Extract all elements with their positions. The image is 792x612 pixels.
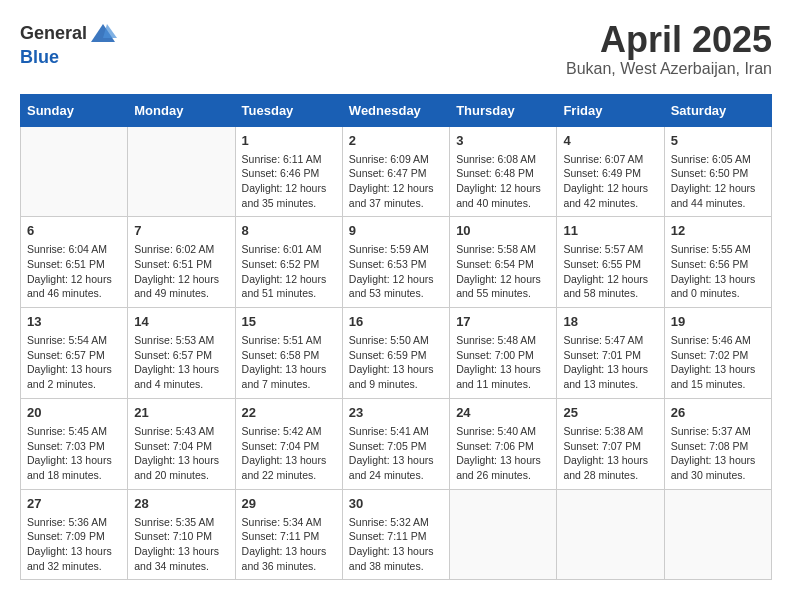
day-info: Sunrise: 5:45 AMSunset: 7:03 PMDaylight:…: [27, 424, 121, 483]
day-number: 20: [27, 405, 121, 420]
calendar-week-row: 13Sunrise: 5:54 AMSunset: 6:57 PMDayligh…: [21, 308, 772, 399]
day-info: Sunrise: 5:37 AMSunset: 7:08 PMDaylight:…: [671, 424, 765, 483]
weekday-header-row: SundayMondayTuesdayWednesdayThursdayFrid…: [21, 94, 772, 126]
calendar-cell: [664, 489, 771, 580]
weekday-header: Thursday: [450, 94, 557, 126]
day-info: Sunrise: 5:34 AMSunset: 7:11 PMDaylight:…: [242, 515, 336, 574]
day-number: 24: [456, 405, 550, 420]
day-number: 19: [671, 314, 765, 329]
calendar-cell: 10Sunrise: 5:58 AMSunset: 6:54 PMDayligh…: [450, 217, 557, 308]
calendar-week-row: 1Sunrise: 6:11 AMSunset: 6:46 PMDaylight…: [21, 126, 772, 217]
calendar-cell: 23Sunrise: 5:41 AMSunset: 7:05 PMDayligh…: [342, 398, 449, 489]
day-info: Sunrise: 5:38 AMSunset: 7:07 PMDaylight:…: [563, 424, 657, 483]
day-info: Sunrise: 5:59 AMSunset: 6:53 PMDaylight:…: [349, 242, 443, 301]
calendar-cell: 1Sunrise: 6:11 AMSunset: 6:46 PMDaylight…: [235, 126, 342, 217]
day-info: Sunrise: 6:05 AMSunset: 6:50 PMDaylight:…: [671, 152, 765, 211]
location-title: Bukan, West Azerbaijan, Iran: [566, 60, 772, 78]
svg-marker-1: [103, 24, 117, 38]
calendar-week-row: 27Sunrise: 5:36 AMSunset: 7:09 PMDayligh…: [21, 489, 772, 580]
title-block: April 2025 Bukan, West Azerbaijan, Iran: [566, 20, 772, 78]
calendar-table: SundayMondayTuesdayWednesdayThursdayFrid…: [20, 94, 772, 581]
calendar-cell: 8Sunrise: 6:01 AMSunset: 6:52 PMDaylight…: [235, 217, 342, 308]
calendar-cell: [557, 489, 664, 580]
day-number: 6: [27, 223, 121, 238]
day-number: 22: [242, 405, 336, 420]
day-number: 27: [27, 496, 121, 511]
calendar-cell: 28Sunrise: 5:35 AMSunset: 7:10 PMDayligh…: [128, 489, 235, 580]
calendar-cell: 20Sunrise: 5:45 AMSunset: 7:03 PMDayligh…: [21, 398, 128, 489]
day-info: Sunrise: 5:54 AMSunset: 6:57 PMDaylight:…: [27, 333, 121, 392]
day-number: 14: [134, 314, 228, 329]
day-number: 25: [563, 405, 657, 420]
day-number: 10: [456, 223, 550, 238]
day-info: Sunrise: 5:41 AMSunset: 7:05 PMDaylight:…: [349, 424, 443, 483]
calendar-cell: 4Sunrise: 6:07 AMSunset: 6:49 PMDaylight…: [557, 126, 664, 217]
page-header: General Blue April 2025 Bukan, West Azer…: [20, 20, 772, 78]
day-number: 13: [27, 314, 121, 329]
day-info: Sunrise: 6:08 AMSunset: 6:48 PMDaylight:…: [456, 152, 550, 211]
calendar-cell: 2Sunrise: 6:09 AMSunset: 6:47 PMDaylight…: [342, 126, 449, 217]
calendar-cell: 6Sunrise: 6:04 AMSunset: 6:51 PMDaylight…: [21, 217, 128, 308]
weekday-header: Friday: [557, 94, 664, 126]
calendar-cell: 9Sunrise: 5:59 AMSunset: 6:53 PMDaylight…: [342, 217, 449, 308]
day-number: 11: [563, 223, 657, 238]
calendar-cell: 19Sunrise: 5:46 AMSunset: 7:02 PMDayligh…: [664, 308, 771, 399]
day-number: 12: [671, 223, 765, 238]
calendar-cell: 14Sunrise: 5:53 AMSunset: 6:57 PMDayligh…: [128, 308, 235, 399]
day-number: 18: [563, 314, 657, 329]
day-number: 16: [349, 314, 443, 329]
day-info: Sunrise: 5:46 AMSunset: 7:02 PMDaylight:…: [671, 333, 765, 392]
day-number: 7: [134, 223, 228, 238]
calendar-cell: 7Sunrise: 6:02 AMSunset: 6:51 PMDaylight…: [128, 217, 235, 308]
day-number: 4: [563, 133, 657, 148]
calendar-week-row: 20Sunrise: 5:45 AMSunset: 7:03 PMDayligh…: [21, 398, 772, 489]
day-info: Sunrise: 5:50 AMSunset: 6:59 PMDaylight:…: [349, 333, 443, 392]
day-number: 30: [349, 496, 443, 511]
weekday-header: Tuesday: [235, 94, 342, 126]
day-info: Sunrise: 6:09 AMSunset: 6:47 PMDaylight:…: [349, 152, 443, 211]
day-number: 21: [134, 405, 228, 420]
day-info: Sunrise: 5:47 AMSunset: 7:01 PMDaylight:…: [563, 333, 657, 392]
weekday-header: Saturday: [664, 94, 771, 126]
calendar-cell: 15Sunrise: 5:51 AMSunset: 6:58 PMDayligh…: [235, 308, 342, 399]
calendar-cell: 26Sunrise: 5:37 AMSunset: 7:08 PMDayligh…: [664, 398, 771, 489]
calendar-cell: 17Sunrise: 5:48 AMSunset: 7:00 PMDayligh…: [450, 308, 557, 399]
day-number: 15: [242, 314, 336, 329]
month-title: April 2025: [566, 20, 772, 60]
calendar-cell: 22Sunrise: 5:42 AMSunset: 7:04 PMDayligh…: [235, 398, 342, 489]
day-info: Sunrise: 6:01 AMSunset: 6:52 PMDaylight:…: [242, 242, 336, 301]
weekday-header: Monday: [128, 94, 235, 126]
day-number: 9: [349, 223, 443, 238]
day-number: 29: [242, 496, 336, 511]
day-number: 5: [671, 133, 765, 148]
day-number: 8: [242, 223, 336, 238]
day-number: 2: [349, 133, 443, 148]
day-info: Sunrise: 5:42 AMSunset: 7:04 PMDaylight:…: [242, 424, 336, 483]
calendar-cell: 18Sunrise: 5:47 AMSunset: 7:01 PMDayligh…: [557, 308, 664, 399]
calendar-cell: 11Sunrise: 5:57 AMSunset: 6:55 PMDayligh…: [557, 217, 664, 308]
day-number: 28: [134, 496, 228, 511]
day-info: Sunrise: 6:11 AMSunset: 6:46 PMDaylight:…: [242, 152, 336, 211]
logo: General Blue: [20, 20, 117, 68]
logo-icon: [89, 20, 117, 48]
calendar-cell: [450, 489, 557, 580]
calendar-cell: 24Sunrise: 5:40 AMSunset: 7:06 PMDayligh…: [450, 398, 557, 489]
calendar-cell: 27Sunrise: 5:36 AMSunset: 7:09 PMDayligh…: [21, 489, 128, 580]
day-info: Sunrise: 5:57 AMSunset: 6:55 PMDaylight:…: [563, 242, 657, 301]
calendar-cell: [128, 126, 235, 217]
weekday-header: Wednesday: [342, 94, 449, 126]
day-info: Sunrise: 5:58 AMSunset: 6:54 PMDaylight:…: [456, 242, 550, 301]
logo-general: General: [20, 24, 87, 44]
day-info: Sunrise: 5:32 AMSunset: 7:11 PMDaylight:…: [349, 515, 443, 574]
day-info: Sunrise: 5:35 AMSunset: 7:10 PMDaylight:…: [134, 515, 228, 574]
calendar-cell: 12Sunrise: 5:55 AMSunset: 6:56 PMDayligh…: [664, 217, 771, 308]
day-number: 1: [242, 133, 336, 148]
day-info: Sunrise: 5:40 AMSunset: 7:06 PMDaylight:…: [456, 424, 550, 483]
day-info: Sunrise: 5:53 AMSunset: 6:57 PMDaylight:…: [134, 333, 228, 392]
calendar-cell: 29Sunrise: 5:34 AMSunset: 7:11 PMDayligh…: [235, 489, 342, 580]
weekday-header: Sunday: [21, 94, 128, 126]
day-number: 17: [456, 314, 550, 329]
calendar-week-row: 6Sunrise: 6:04 AMSunset: 6:51 PMDaylight…: [21, 217, 772, 308]
day-info: Sunrise: 5:48 AMSunset: 7:00 PMDaylight:…: [456, 333, 550, 392]
calendar-cell: 21Sunrise: 5:43 AMSunset: 7:04 PMDayligh…: [128, 398, 235, 489]
